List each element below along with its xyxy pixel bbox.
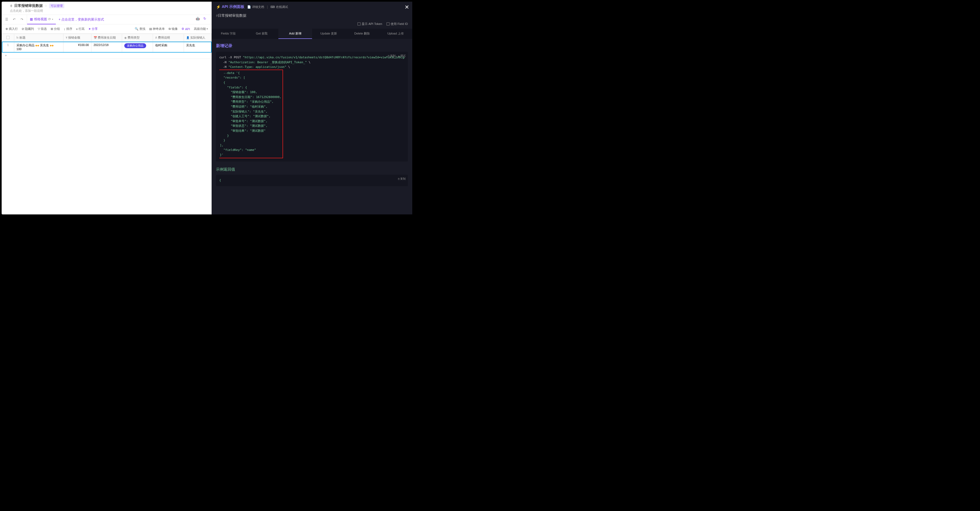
tab-upload[interactable]: Upload 上传 bbox=[379, 29, 412, 39]
action-label: 复制 bbox=[390, 54, 396, 58]
mirror-button[interactable]: ⧉镜像 bbox=[167, 26, 179, 32]
grid-icon: ⋕ bbox=[10, 4, 13, 8]
filter-button[interactable]: ▽筛选 bbox=[36, 26, 48, 32]
text-icon: A bbox=[155, 36, 157, 39]
insert-row-button[interactable]: ⊕插入行 bbox=[4, 26, 19, 32]
add-view-button[interactable]: + 点击这里，变换新的展示形式 bbox=[56, 17, 107, 22]
code-pre[interactable]: curl -X POST "https://api.vika.cn/fusion… bbox=[219, 55, 404, 158]
tool-label: 隐藏列 bbox=[25, 27, 34, 31]
check-label: 使用 Field ID bbox=[391, 22, 408, 26]
share-button[interactable]: ➤分享 bbox=[87, 26, 99, 32]
calendar-icon: 📅 bbox=[94, 36, 97, 39]
chevron-down-icon[interactable]: ▾ bbox=[52, 18, 53, 21]
star-icon[interactable]: ☆ bbox=[45, 4, 47, 8]
code-seg: -H bbox=[219, 60, 228, 64]
currency-icon: ¥ bbox=[66, 36, 67, 39]
undo-icon[interactable]: ↶ bbox=[11, 17, 17, 22]
group-button[interactable]: ⊞分组 bbox=[49, 26, 62, 32]
code-seg: }' bbox=[220, 153, 223, 157]
sort-button[interactable]: ↕排序 bbox=[62, 26, 74, 32]
refresh-icon[interactable]: ⟳ bbox=[48, 17, 51, 21]
advanced-button[interactable]: 高级功能▾ bbox=[192, 26, 209, 32]
sort-icon: ↕ bbox=[64, 27, 65, 31]
doc-header: ⋕ 日常报销审批数据 ☆ 可以管理 bbox=[2, 2, 212, 9]
code-seg: { bbox=[219, 178, 221, 182]
cell-title[interactable]: 采购办公用品 ◆◆ 吴先生 ◆◆ 100 bbox=[14, 41, 64, 53]
tool-label: 查找 bbox=[139, 27, 145, 31]
copy-icon: ⎘ bbox=[398, 177, 400, 180]
code-seg: "费用类型": "采购办公用品", bbox=[220, 100, 274, 103]
row-number[interactable]: 1 bbox=[2, 41, 14, 53]
search-button[interactable]: 🔍查找 bbox=[133, 26, 147, 32]
use-fieldid-checkbox[interactable]: 使用 Field ID bbox=[387, 22, 408, 26]
tool-label: API bbox=[185, 27, 190, 31]
header-amount[interactable]: ¥报销金额 bbox=[64, 34, 91, 41]
code-seg: "实际报销人": "吴先生", bbox=[220, 110, 267, 113]
section-response-title: 示例返回值 bbox=[216, 167, 408, 172]
view-tab-label: 维格视图 bbox=[34, 17, 47, 22]
code-seg: \ bbox=[286, 65, 290, 69]
formula-icon: fx bbox=[16, 36, 19, 39]
sync-icon[interactable]: ↻ bbox=[204, 17, 209, 22]
code-seg: "创建人工号": "测试数据", bbox=[220, 115, 270, 118]
header-type[interactable]: ◉费用类型 bbox=[122, 34, 153, 41]
plus-icon: + bbox=[59, 18, 60, 21]
header-title[interactable]: fx标题 bbox=[14, 34, 64, 41]
cell-date[interactable]: 2022/12/18 bbox=[91, 41, 122, 53]
cell-amount[interactable]: ¥100.00 bbox=[64, 41, 91, 53]
header-checkbox[interactable] bbox=[2, 34, 14, 41]
robot-icon[interactable]: 🤖 bbox=[196, 17, 201, 22]
tab-add[interactable]: Add 新增 bbox=[278, 29, 312, 39]
copy-button[interactable]: ⎘复制 bbox=[388, 54, 396, 58]
hide-col-button[interactable]: ⊘隐藏列 bbox=[20, 26, 36, 32]
select-icon: ◉ bbox=[124, 36, 127, 39]
th-label: 费用类型 bbox=[127, 36, 140, 39]
api-button[interactable]: ⚙API bbox=[180, 26, 192, 32]
code-seg: "报销金额": bbox=[220, 91, 250, 94]
doc-link[interactable]: 📄 详细文档 bbox=[247, 5, 264, 9]
code-seg: "fields": { bbox=[220, 86, 247, 89]
redo-icon[interactable]: ↷ bbox=[19, 17, 25, 22]
code-seg: "审批单号": "测试数据", bbox=[220, 119, 267, 123]
code-pre[interactable]: { bbox=[219, 178, 404, 183]
check-label: 显示 API Token bbox=[362, 22, 382, 26]
link-label: 详细文档 bbox=[252, 5, 264, 9]
copy-button[interactable]: ⎘复制 bbox=[398, 177, 406, 181]
table-row[interactable]: 1 采购办公用品 ◆◆ 吴先生 ◆◆ 100 ¥100.00 2022/12/1… bbox=[2, 41, 212, 53]
header-desc[interactable]: A费用说明 bbox=[153, 34, 184, 41]
close-button[interactable]: ✕ bbox=[404, 4, 410, 10]
tab-get[interactable]: Get 获取 bbox=[245, 29, 278, 39]
datasheet-panel: ⋕ 日常报销审批数据 ☆ 可以管理 点击此处，添加一段说明 ☰ ↶ ↷ ▦ 维格… bbox=[2, 2, 212, 215]
row-height-button[interactable]: ≡行高 bbox=[75, 26, 86, 32]
tab-fields[interactable]: Fields 字段 bbox=[212, 29, 245, 39]
show-token-checkbox[interactable]: 显示 API Token bbox=[358, 22, 382, 26]
header-date[interactable]: 📅费用发生日期 bbox=[91, 34, 122, 41]
view-tab-grid[interactable]: ▦ 维格视图 ⟳ ▾ bbox=[27, 14, 56, 24]
code-seg: "费用发生日期": bbox=[220, 95, 256, 99]
debug-button[interactable]: ▸调试 bbox=[398, 54, 406, 58]
menu-icon[interactable]: ☰ bbox=[4, 17, 9, 22]
api-breadcrumb: #日常报销审批数据 bbox=[212, 12, 412, 21]
magic-form-button[interactable]: ▤神奇表单 bbox=[148, 26, 166, 32]
cell-desc[interactable]: 临时采购 bbox=[153, 41, 184, 53]
cell-type[interactable]: 采购办公用品 bbox=[122, 41, 153, 53]
title-part: 采购办公用品 bbox=[16, 43, 35, 47]
title-part: 吴先生 bbox=[40, 43, 49, 47]
action-label: 复制 bbox=[400, 177, 406, 181]
chevron-down-icon: ▾ bbox=[207, 28, 208, 30]
code-seg: "https://api.vika.cn/fusion/v1/datasheet… bbox=[243, 56, 404, 59]
request-code-block: ⎘复制 ▸调试 curl -X POST "https://api.vika.c… bbox=[216, 52, 408, 162]
tab-update[interactable]: Update 更新 bbox=[312, 29, 345, 39]
tool-label: 行高 bbox=[79, 27, 84, 31]
doc-subtitle[interactable]: 点击此处，添加一段说明 bbox=[2, 9, 212, 14]
manage-badge[interactable]: 可以管理 bbox=[49, 3, 64, 8]
add-row-button[interactable]: + bbox=[2, 53, 212, 59]
debug-link[interactable]: ⌨ 在线调试 bbox=[270, 5, 288, 9]
header-person[interactable]: 👤实际报销人 bbox=[184, 34, 211, 41]
tool-label: 排序 bbox=[66, 27, 72, 31]
search-icon: 🔍 bbox=[135, 27, 138, 31]
tool-label: 筛选 bbox=[41, 27, 47, 31]
cell-person[interactable]: 吴先生 bbox=[184, 41, 211, 53]
code-seg: "records": [ bbox=[220, 76, 245, 80]
tab-delete[interactable]: Delete 删除 bbox=[345, 29, 379, 39]
